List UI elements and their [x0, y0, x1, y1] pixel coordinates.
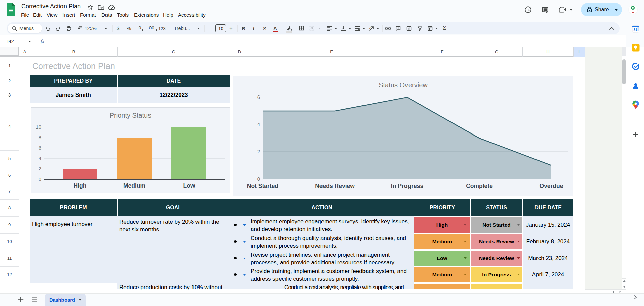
svg-text:Overdue: Overdue [540, 183, 563, 189]
svg-text:8: 8 [39, 135, 41, 140]
svg-text:2: 2 [39, 166, 41, 171]
svg-text:In Progress: In Progress [391, 183, 424, 189]
svg-text:6: 6 [257, 94, 260, 100]
svg-text:Status Overview: Status Overview [379, 81, 428, 89]
svg-text:0: 0 [257, 176, 260, 182]
svg-text:Complete: Complete [466, 183, 493, 189]
svg-text:Needs Review: Needs Review [315, 183, 355, 189]
svg-text:High: High [74, 182, 87, 189]
svg-text:4: 4 [257, 121, 260, 127]
svg-text:10: 10 [36, 124, 41, 130]
svg-text:Low: Low [183, 182, 195, 189]
svg-text:Priority Status: Priority Status [110, 112, 151, 119]
svg-text:0: 0 [39, 176, 41, 182]
svg-text:31: 31 [633, 28, 637, 32]
svg-text:A: A [369, 26, 372, 29]
svg-text:4: 4 [39, 155, 41, 161]
svg-text:2: 2 [257, 149, 260, 154]
svg-text:6: 6 [39, 145, 41, 151]
svg-text:Medium: Medium [123, 182, 145, 189]
svg-text:Not Started: Not Started [247, 183, 278, 189]
